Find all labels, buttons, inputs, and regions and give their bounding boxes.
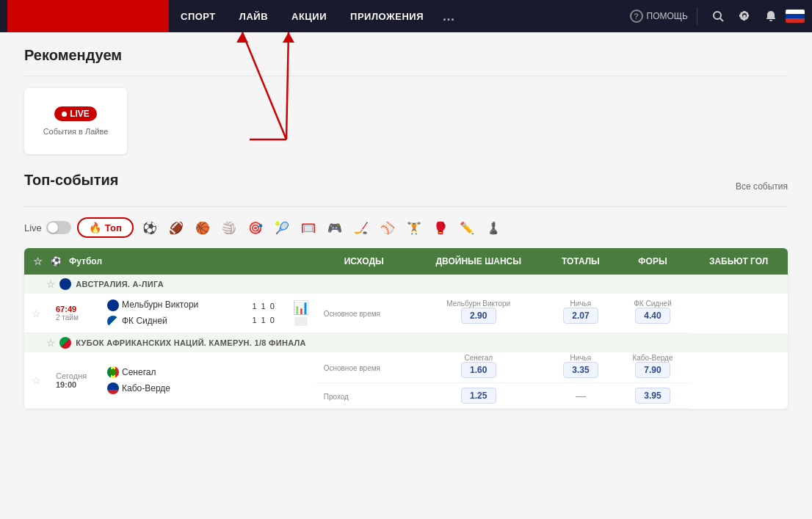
nav-promo[interactable]: АКЦИИ [280,0,338,32]
sport-icon-chess[interactable]: ♟️ [483,217,504,238]
odd-home-btn-2b[interactable]: 1.25 [461,388,496,404]
top-events-title: Топ-события [24,172,118,189]
league-name-afcon-text: КУБОК АФРИКАНСКИХ НАЦИЙ. КАМЕРУН. 1/8 ФИ… [76,338,306,347]
event-row-melb-syd: ☆ 67:49 2 тайм Мельбурн Виктори ФК Сидне… [24,294,788,333]
sport-icon-ice-hockey[interactable]: 🏒 [351,217,371,238]
live-badge-text: LIVE [70,109,90,119]
live-dot [62,112,67,117]
all-events-link[interactable]: Все события [736,181,788,192]
settings-button[interactable] [733,4,756,28]
live-toggle-switch[interactable] [46,221,71,234]
team-icon-sn [107,366,119,378]
main-content: Рекомендуем LIVE События в Лайве Топ-соб… [17,32,795,424]
odd-away-btn-2b[interactable]: 3.95 [635,388,670,404]
team-icons-col-1: Мельбурн Виктори ФК Сидней [100,294,242,333]
stream-icon[interactable] [294,317,308,326]
col-header-handicap: ФОРЫ [616,248,689,275]
league-row-australia: ☆ АВСТРАЛИЯ. А-ЛИГА [24,275,788,294]
col-header-totals: ТОТАЛЫ [545,248,616,275]
match-type-2b: Проход [316,383,412,409]
toggle-knob [48,222,58,233]
live-badge: LIVE [54,106,97,121]
language-flag[interactable] [786,10,805,23]
event-star-1[interactable]: ☆ [24,294,48,333]
league-name-afcon: ☆ КУБОК АФРИКАНСКИХ НАЦИЙ. КАМЕРУН. 1/8 … [24,333,788,353]
league-star-icon-2[interactable]: ☆ [46,338,55,349]
match-type-text-2b: Проход [324,393,405,401]
odd-away-2a: Кабо-Верде 7.90 [616,352,689,383]
table-header-row: ☆ ⚽ Футбол ИСХОДЫ ДВОЙНЫЕ ШАНСЫ ТОТАЛЫ Ф… [24,248,788,275]
sport-icon-hockey[interactable]: 🥅 [298,217,319,238]
search-button[interactable] [706,4,730,28]
live-time-1: 67:49 [56,305,93,313]
event-row-sen-cv-1: ☆ Сегодня 19:00 Сенегал Кабо-Верде [24,352,788,383]
away-label-2a: Кабо-Верде [623,354,682,362]
col-header-score: ЗАБЬЮТ ГОЛ [689,248,788,275]
team2-name: ФК Сидней [122,314,167,328]
sport-icon-boxing[interactable]: 🥊 [430,217,451,238]
sport-icon-american-football[interactable]: 🏈 [166,217,186,238]
nav-more[interactable]: ... [435,0,463,32]
scoreboard-icon[interactable]: 📊 [293,300,309,316]
header-right: ? ПОМОЩЬ [630,4,805,28]
sport-icon-tennis[interactable]: 🎾 [272,217,292,238]
odd-draw-btn-1[interactable]: 2.07 [563,308,598,324]
home-label-2a: Сенегал [419,354,538,362]
sport-icon-weightlifting[interactable]: 🏋️ [404,217,424,238]
team2-cv: Кабо-Верде [122,382,170,396]
event-time-1: 67:49 2 тайм [48,294,100,333]
odd-draw-btn-2a[interactable]: 3.35 [563,362,598,378]
sport-icon-football[interactable]: ⚽ [139,217,160,238]
col-header-double-chance: ДВОЙНЫЕ ШАНСЫ [412,248,545,275]
match-type-col-1: Основное время [316,294,412,333]
team1-sen: Сенегал [122,366,156,380]
nav-sport[interactable]: СПОРТ [169,0,228,32]
sport-icon-target[interactable]: 🎯 [245,217,266,238]
header-divider [697,7,697,25]
odd-away-btn-1[interactable]: 4.40 [635,308,670,324]
draw-dash-2b: — [576,390,586,402]
logo-area[interactable] [7,0,169,32]
odd-home-1: Мельбурн Виктори 2.90 [412,294,545,333]
score2: 1 1 0 [249,313,278,327]
away-label-1: ФК Сидней [623,300,682,308]
draw-label-2a: Ничья [553,354,609,362]
nav-live[interactable]: ЛАЙВ [228,0,280,32]
odd-draw-2a: Ничья 3.35 [545,352,616,383]
sport-icon-esports[interactable]: 🎮 [325,217,345,238]
odd-away-btn-2a[interactable]: 7.90 [635,362,670,378]
main-header: СПОРТ ЛАЙВ АКЦИИ ПРИЛОЖЕНИЯ ... ? ПОМОЩЬ [0,0,812,32]
sport-icon-volleyball[interactable]: 🏐 [219,217,239,238]
sport-icon-basketball[interactable]: 🏀 [192,217,213,238]
notifications-button[interactable] [759,4,783,28]
live-toggle-label: Live [24,222,42,233]
league-star-icon[interactable]: ☆ [46,279,55,290]
odd-away-2b: 3.95 [616,383,689,409]
top-filter-button[interactable]: 🔥 Топ [77,217,134,238]
league-flag-cm [59,337,71,349]
stream-empty-2 [286,352,316,409]
nav-apps[interactable]: ПРИЛОЖЕНИЯ [338,0,435,32]
sport-icon-baseball[interactable]: ⚾ [377,217,398,238]
odd-home-btn-2a[interactable]: 1.60 [461,362,496,378]
event-star-2[interactable]: ☆ [24,352,48,409]
team-icon-cv [107,382,119,394]
league-name-text: АВСТРАЛИЯ. А-ЛИГА [76,280,164,288]
draw-label-1: Ничья [553,300,609,308]
help-button[interactable]: ? ПОМОЩЬ [630,10,688,23]
time-label-2: 19:00 [56,380,93,389]
recommend-title: Рекомендуем [24,47,788,64]
sport-icon-edit[interactable]: ✏️ [457,217,477,238]
league-row-afcon: ☆ КУБОК АФРИКАНСКИХ НАЦИЙ. КАМЕРУН. 1/8 … [24,333,788,353]
teams-col-2: Сенегал Кабо-Верде [100,352,242,409]
football-header: ☆ ⚽ Футбол [24,248,316,275]
live-card[interactable]: LIVE События в Лайве [24,88,127,154]
odd-home-btn-1[interactable]: 2.90 [461,308,496,324]
odd-home-2b: 1.25 [412,383,545,409]
event-time-2: Сегодня 19:00 [48,352,100,409]
match-type-2a: Основное время [316,352,412,383]
top-events-header: Топ-события Все события [24,172,788,207]
svg-line-1 [720,18,723,21]
star-header-icon: ☆ [33,255,43,267]
filter-bar: Live 🔥 Топ ⚽ 🏈 🏀 🏐 🎯 🎾 🥅 🎮 🏒 ⚾ 🏋️ 🥊 ✏️ ♟… [24,217,788,238]
